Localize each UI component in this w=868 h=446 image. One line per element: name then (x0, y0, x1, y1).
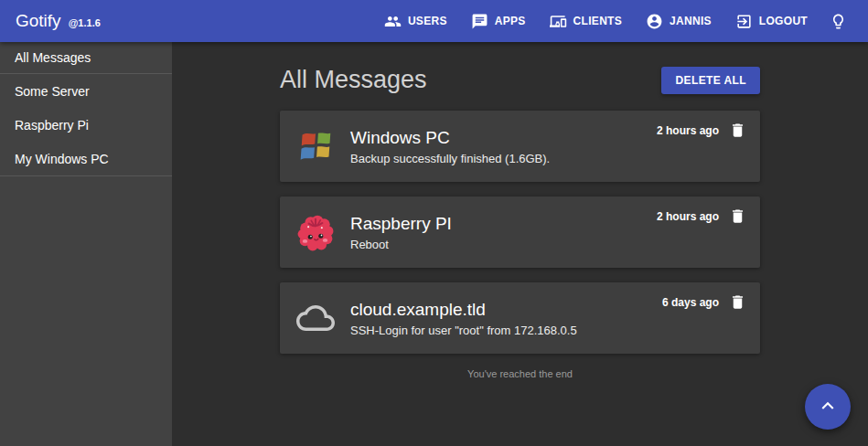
message-text: SSH-Login for user "root" from 172.168.0… (350, 324, 662, 337)
message-timestamp: 6 days ago (662, 296, 719, 309)
nav-logout-button[interactable]: LOGOUT (725, 5, 818, 37)
delete-all-button[interactable]: DELETE ALL (661, 67, 760, 94)
nav-logout-label: LOGOUT (759, 15, 808, 27)
chat-icon (471, 13, 488, 30)
app-bar: Gotify @1.1.6 USERS APPS CLIENTS JANNIS … (0, 0, 868, 42)
version-label: @1.1.6 (69, 17, 101, 28)
message-text: Reboot (350, 238, 657, 251)
sidebar: All Messages Some Server Raspberry Pi My… (0, 42, 172, 446)
message-card: Windows PC Backup successfully finished … (280, 111, 760, 182)
brand-title: Gotify (16, 11, 61, 31)
message-app-name: Windows PC (350, 128, 657, 148)
message-app-name: Raspberry PI (350, 214, 657, 234)
sidebar-divider (0, 175, 172, 176)
sidebar-item-raspberry-pi[interactable]: Raspberry Pi (0, 108, 172, 142)
sidebar-item-all-messages[interactable]: All Messages (0, 42, 172, 73)
delete-message-button[interactable] (729, 122, 746, 139)
page-title: All Messages (280, 66, 427, 94)
app-bar-nav: USERS APPS CLIENTS JANNIS LOGOUT (374, 5, 855, 37)
delete-message-button[interactable] (729, 207, 746, 225)
nav-user-account-button[interactable]: JANNIS (636, 5, 722, 37)
delete-message-button[interactable] (729, 293, 746, 311)
chevron-up-icon (816, 394, 840, 420)
account-circle-icon (646, 13, 663, 30)
nav-user-label: JANNIS (670, 15, 712, 27)
message-text: Backup successfully finished (1.6GB). (350, 152, 657, 165)
nav-apps-button[interactable]: APPS (461, 5, 536, 37)
sidebar-item-some-server[interactable]: Some Server (0, 74, 172, 108)
nav-users-button[interactable]: USERS (374, 5, 457, 37)
message-app-name: cloud.example.tld (350, 300, 662, 320)
main-area: All Messages DELETE ALL (172, 42, 868, 446)
cloud-icon (296, 299, 335, 337)
theme-toggle-button[interactable] (821, 5, 855, 37)
message-timestamp: 2 hours ago (657, 124, 719, 137)
sidebar-item-my-windows-pc[interactable]: My Windows PC (0, 142, 172, 175)
nav-users-label: USERS (408, 15, 447, 27)
trash-icon (729, 214, 746, 228)
logout-icon (735, 13, 753, 30)
message-card: Raspberry PI Reboot 2 hours ago (280, 196, 760, 268)
devices-icon (550, 13, 567, 30)
scroll-to-top-button[interactable] (805, 384, 851, 430)
trash-icon (729, 128, 746, 142)
windows-logo-icon (296, 127, 335, 165)
users-icon (384, 13, 402, 30)
nav-clients-button[interactable]: CLIENTS (540, 5, 632, 37)
nav-apps-label: APPS (495, 15, 526, 27)
nav-clients-label: CLIENTS (573, 15, 622, 27)
end-of-list-text: You've reached the end (280, 368, 760, 379)
lightbulb-icon (830, 13, 847, 30)
trash-icon (729, 300, 746, 313)
message-timestamp: 2 hours ago (657, 210, 719, 223)
raspberry-icon (296, 213, 335, 251)
message-list: Windows PC Backup successfully finished … (280, 111, 760, 354)
message-card: cloud.example.tld SSH-Login for user "ro… (280, 282, 760, 354)
